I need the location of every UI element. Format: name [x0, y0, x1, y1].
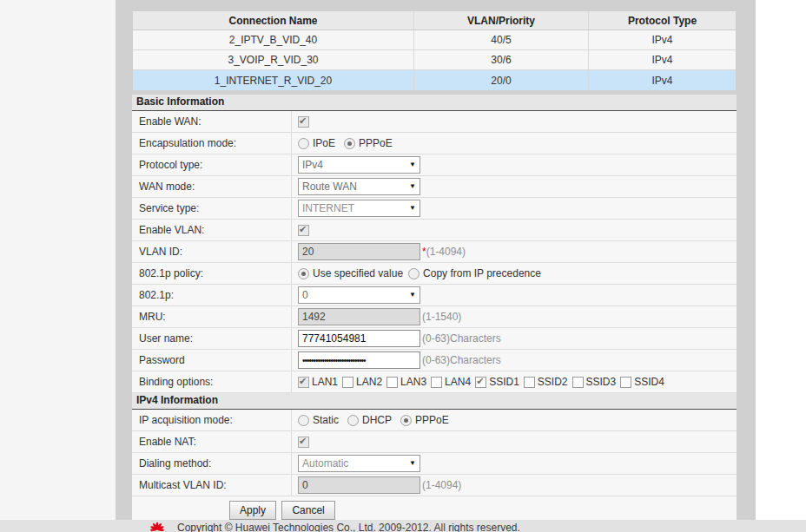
col-header-connection-name: Connection Name [133, 11, 414, 30]
copyright-text: Copyright © Huawei Technologies Co., Ltd… [177, 522, 520, 532]
copy-from-ip-precedence-label: Copy from IP precedence [423, 267, 541, 279]
lan4-checkbox[interactable] [431, 377, 442, 388]
col-header-protocol-type: Protocol Type [589, 11, 736, 30]
static-radio[interactable] [298, 415, 309, 426]
mru-input[interactable] [298, 308, 420, 325]
protocol-type-value: IPv4 [302, 159, 323, 171]
chevron-down-icon: ▼ [409, 204, 416, 213]
connection-table-row[interactable]: 1_INTERNET_R_VID_2020/0IPv4 [133, 70, 736, 90]
multicast-vlan-id-input[interactable] [298, 476, 420, 494]
static-radio-label: Static [313, 414, 339, 426]
user-name-label: User name: [132, 332, 291, 345]
pppoe-radio[interactable] [344, 138, 355, 149]
mru-label: MRU: [132, 311, 291, 323]
vlan-id-hint: (1-4094) [426, 246, 466, 258]
ssid3-checkbox[interactable] [572, 377, 584, 388]
apply-button[interactable]: Apply [229, 501, 276, 520]
vlan-id-input[interactable] [298, 243, 420, 260]
connections-table-body: 2_IPTV_B_VID_4040/5IPv43_VOIP_R_VID_3030… [133, 30, 736, 90]
use-specified-value-radio[interactable] [298, 268, 309, 279]
ssid4-checkbox-label: SSID4 [634, 376, 664, 388]
row-wan-mode: WAN mode: Route WAN ▼ [132, 176, 737, 198]
lan4-checkbox-label: LAN4 [445, 376, 471, 388]
row-mru: MRU: (1-1540) [132, 306, 737, 328]
password-label: Password [132, 354, 291, 366]
ip-pppoe-radio[interactable] [400, 415, 412, 426]
lan1-checkbox[interactable] [298, 377, 309, 388]
ssid2-checkbox[interactable] [524, 377, 535, 388]
ssid1-checkbox-label: SSID1 [489, 376, 519, 388]
row-enable-vlan: Enable VLAN: [132, 220, 737, 241]
service-type-label: Service type: [132, 202, 291, 214]
enable-vlan-label: Enable VLAN: [132, 224, 291, 236]
service-type-value: INTERNET [302, 202, 354, 214]
ip-pppoe-radio-label: PPPoE [415, 414, 449, 426]
lan3-checkbox[interactable] [386, 377, 398, 388]
lan3-checkbox-label: LAN3 [400, 376, 426, 388]
lan2-checkbox-label: LAN2 [356, 376, 382, 388]
wan-config-form: Basic Information Enable WAN: Encapsulat… [132, 95, 737, 524]
table-cell-protocol: IPv4 [589, 30, 736, 49]
chevron-down-icon: ▼ [409, 459, 416, 468]
table-cell-protocol: IPv4 [589, 70, 736, 90]
ipoe-radio[interactable] [298, 138, 309, 149]
wan-mode-value: Route WAN [302, 181, 357, 193]
dhcp-radio[interactable] [347, 415, 359, 426]
protocol-type-select[interactable]: IPv4 ▼ [298, 156, 420, 174]
row-8021p: 802.1p: 0 ▼ [132, 285, 737, 306]
footer: Copyright © Huawei Technologies Co., Ltd… [0, 520, 806, 532]
ipoe-radio-label: IPoE [313, 137, 335, 149]
cancel-button[interactable]: Cancel [281, 501, 334, 520]
connection-table-row[interactable]: 2_IPTV_B_VID_4040/5IPv4 [133, 30, 736, 50]
row-encapsulation-mode: Encapsulation mode: IPoE PPPoE [132, 133, 737, 154]
main-panel: Connection Name VLAN/Priority Protocol T… [132, 10, 737, 524]
row-binding-options: Binding options: LAN1LAN2LAN3LAN4SSID1SS… [132, 371, 737, 393]
dialing-method-value: Automatic [302, 457, 348, 470]
table-cell-vlan: 40/5 [414, 30, 589, 49]
lan1-checkbox-label: LAN1 [312, 376, 338, 388]
wan-mode-select[interactable]: Route WAN ▼ [298, 178, 420, 195]
enable-wan-checkbox[interactable] [298, 116, 309, 128]
wan-mode-label: WAN mode: [132, 181, 291, 193]
dialing-method-select[interactable]: Automatic ▼ [298, 455, 420, 472]
row-ip-acquisition-mode: IP acquisition mode: Static DHCP PPPoE [132, 410, 737, 431]
password-input[interactable] [298, 351, 420, 369]
encapsulation-mode-label: Encapsulation mode: [132, 137, 291, 149]
pppoe-radio-label: PPPoE [359, 137, 393, 149]
use-specified-value-label: Use specified value [313, 267, 403, 279]
ssid4-checkbox[interactable] [620, 377, 631, 388]
ssid3-checkbox-label: SSID3 [586, 376, 617, 388]
chevron-down-icon: ▼ [409, 291, 416, 299]
p8021-label: 802.1p: [132, 289, 291, 301]
row-service-type: Service type: INTERNET ▼ [132, 198, 737, 220]
lan2-checkbox[interactable] [342, 377, 353, 388]
row-password: Password (0-63)Characters [132, 350, 737, 371]
col-header-vlan-priority: VLAN/Priority [414, 11, 589, 30]
enable-vlan-checkbox[interactable] [298, 225, 309, 236]
table-cell-vlan: 30/6 [414, 50, 589, 69]
table-cell-name: 3_VOIP_R_VID_30 [133, 50, 414, 69]
row-enable-wan: Enable WAN: [132, 111, 737, 133]
user-name-input[interactable] [298, 330, 420, 347]
mru-hint: (1-1540) [422, 311, 461, 323]
enable-nat-label: Enable NAT: [132, 436, 291, 448]
p8021-select[interactable]: 0 ▼ [298, 286, 420, 304]
table-cell-name: 1_INTERNET_R_VID_20 [133, 70, 414, 90]
row-8021p-policy: 802.1p policy: Use specified value Copy … [132, 263, 737, 285]
enable-nat-checkbox[interactable] [298, 437, 309, 448]
row-protocol-type: Protocol type: IPv4 ▼ [132, 154, 737, 176]
row-dialing-method: Dialing method: Automatic ▼ [132, 453, 737, 475]
service-type-select[interactable]: INTERNET ▼ [298, 200, 420, 217]
wan-connections-table: Connection Name VLAN/Priority Protocol T… [132, 10, 737, 91]
table-cell-protocol: IPv4 [589, 50, 736, 69]
copy-from-ip-precedence-radio[interactable] [408, 268, 420, 279]
ssid2-checkbox-label: SSID2 [538, 376, 568, 388]
ssid1-checkbox[interactable] [475, 377, 486, 388]
multicast-vlan-id-hint: (1-4094) [422, 479, 461, 491]
vlan-id-label: VLAN ID: [132, 246, 291, 258]
password-hint: (0-63)Characters [422, 354, 501, 366]
dialing-method-label: Dialing method: [132, 457, 291, 470]
protocol-type-label: Protocol type: [132, 159, 291, 171]
connection-table-row[interactable]: 3_VOIP_R_VID_3030/6IPv4 [133, 50, 736, 70]
dhcp-radio-label: DHCP [362, 414, 392, 426]
